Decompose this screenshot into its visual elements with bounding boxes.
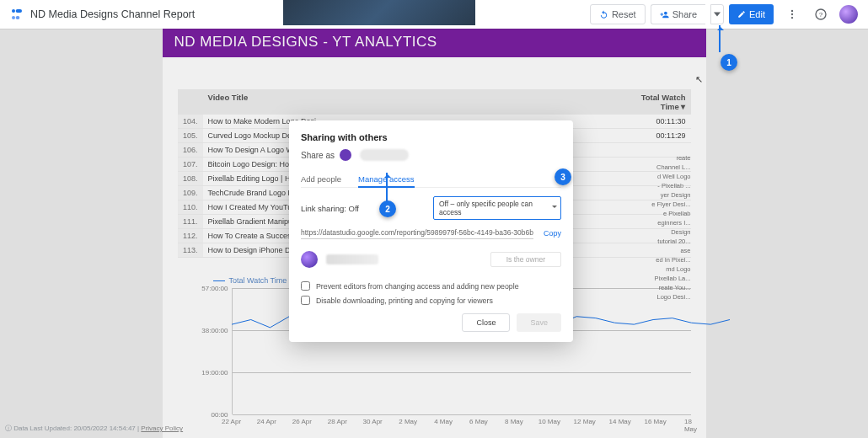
- table-header: Video Title Total Watch Time ▾: [178, 89, 691, 115]
- report-title: ND Media Designs Channel Report: [30, 8, 195, 20]
- reset-button[interactable]: Reset: [590, 4, 646, 24]
- dialog-title: Sharing with others: [301, 132, 561, 142]
- col-video-title[interactable]: Video Title: [203, 89, 632, 115]
- x-axis-labels: 22 Apr24 Apr26 Apr28 Apr30 Apr2 May4 May…: [232, 414, 691, 418]
- header-image-thumbnail: [283, 0, 475, 25]
- report-header-band: ND MEDIA DESIGNS - YT ANALYTICS: [163, 29, 706, 57]
- pencil-icon: [737, 10, 746, 19]
- user-avatar[interactable]: [839, 5, 858, 24]
- svg-text:?: ?: [819, 11, 823, 19]
- svg-point-0: [12, 9, 15, 13]
- col-watch-time[interactable]: Total Watch Time ▾: [632, 89, 691, 115]
- privacy-policy-link[interactable]: Privacy Policy: [141, 425, 183, 432]
- caret-down-icon: [714, 11, 721, 18]
- disable-download-checkbox[interactable]: Disable downloading, printing and copyin…: [301, 296, 561, 305]
- dialog-save-button[interactable]: Save: [517, 313, 561, 332]
- annotation-arrow-1: [719, 25, 721, 52]
- dialog-close-button[interactable]: Close: [462, 313, 510, 332]
- dialog-tabs: Add people Manage access: [301, 171, 561, 188]
- table-right-snippets: reateChannel L...d Well Logo- Pixellab .…: [640, 153, 691, 302]
- datastudio-logo-icon: [10, 8, 24, 21]
- more-vert-icon: [786, 8, 798, 20]
- link-sharing-label: Link sharing: Off: [301, 204, 359, 213]
- share-as-name: [360, 149, 409, 161]
- share-button[interactable]: Share: [651, 4, 705, 24]
- more-options-button[interactable]: [782, 4, 802, 24]
- tab-add-people[interactable]: Add people: [301, 171, 341, 187]
- chart-legend: Total Watch Time: [213, 276, 287, 285]
- share-url-field[interactable]: [301, 227, 533, 239]
- copy-link-button[interactable]: Copy: [544, 229, 561, 238]
- annotation-arrow-2: [386, 173, 388, 201]
- undo-icon: [599, 10, 608, 19]
- annotation-bubble-2: 2: [379, 200, 396, 217]
- link-sharing-dropdown[interactable]: Off – only specific people can access: [433, 196, 561, 220]
- svg-point-4: [791, 10, 793, 12]
- app-header: ND Media Designs Channel Report Reset Sh…: [0, 0, 868, 29]
- share-dialog: Sharing with others Share as Add people …: [289, 120, 573, 342]
- owner-role: Is the owner: [490, 252, 561, 267]
- svg-point-5: [791, 13, 793, 15]
- prevent-editors-checkbox[interactable]: Prevent editors from changing access and…: [301, 281, 561, 291]
- y-axis-labels: 00:0019:00:0038:00:0057:00:00: [193, 288, 230, 414]
- share-as-avatar: [340, 149, 351, 161]
- annotation-bubble-1: 1: [721, 54, 737, 71]
- share-dropdown-button[interactable]: [710, 4, 724, 24]
- owner-name: [326, 254, 378, 264]
- svg-point-6: [791, 17, 793, 19]
- person-add-icon: [660, 10, 669, 19]
- svg-rect-3: [16, 16, 20, 19]
- help-button[interactable]: ?: [811, 4, 831, 24]
- svg-rect-1: [16, 9, 22, 13]
- owner-avatar: [301, 251, 318, 268]
- share-as-row: Share as: [301, 149, 561, 161]
- edit-button[interactable]: Edit: [729, 4, 774, 24]
- owner-row: Is the owner: [301, 251, 561, 268]
- help-icon: ?: [814, 8, 828, 21]
- mouse-cursor-icon: ↖: [695, 74, 703, 85]
- annotation-bubble-3: 3: [555, 168, 571, 185]
- report-footer: ⓘ Data Last Updated: 20/05/2022 14:54:47…: [0, 424, 183, 433]
- svg-point-2: [12, 16, 15, 19]
